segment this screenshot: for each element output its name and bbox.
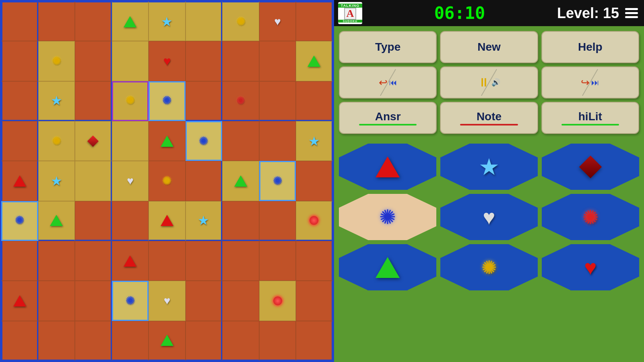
cell-3-4[interactable] [149, 121, 186, 161]
ansr-button[interactable]: Ansr [339, 102, 437, 134]
cell-7-0[interactable] [1, 281, 38, 321]
note-button[interactable]: Note [440, 102, 538, 134]
cell-7-1[interactable] [38, 281, 75, 321]
cell-8-6[interactable] [222, 321, 259, 361]
cell-5-7[interactable] [259, 201, 296, 241]
cell-8-3[interactable] [112, 321, 149, 361]
cell-0-5[interactable] [186, 1, 223, 41]
menu-icon[interactable] [623, 6, 640, 20]
cell-4-1[interactable]: ★ [38, 161, 75, 201]
cell-5-1[interactable] [38, 201, 75, 241]
cell-4-0[interactable] [1, 161, 38, 201]
cell-1-3[interactable] [112, 41, 149, 81]
cell-2-0[interactable] [1, 81, 38, 121]
cell-3-0[interactable] [1, 121, 38, 161]
cell-7-2[interactable] [75, 281, 112, 321]
cell-0-7[interactable]: ♥ [259, 1, 296, 41]
cell-7-4[interactable]: ♥ [149, 281, 186, 321]
cell-8-7[interactable] [259, 321, 296, 361]
cell-0-6[interactable]: ✺ [222, 1, 259, 41]
cell-3-5[interactable]: ✺ [186, 121, 223, 161]
cell-0-2[interactable] [75, 1, 112, 41]
undo-button[interactable]: ↩ ⏮ [339, 66, 437, 99]
select-dark-diamond[interactable] [542, 144, 639, 190]
cell-1-0[interactable] [1, 41, 38, 81]
help-button[interactable]: Help [541, 31, 639, 63]
cell-3-2[interactable] [75, 121, 112, 161]
hilit-button[interactable]: hiLit [541, 102, 639, 134]
cell-8-2[interactable] [75, 321, 112, 361]
cell-2-1[interactable]: ★ [38, 81, 75, 121]
cell-8-5[interactable] [186, 321, 223, 361]
cell-1-1[interactable]: ✺ [38, 41, 75, 81]
cell-6-5[interactable] [186, 241, 223, 281]
cell-2-7[interactable] [259, 81, 296, 121]
cell-2-5[interactable] [186, 81, 223, 121]
select-gold-sun[interactable]: ✺ [440, 244, 538, 290]
cell-6-4[interactable] [149, 241, 186, 281]
cell-3-6[interactable] [222, 121, 259, 161]
cell-1-7[interactable] [259, 41, 296, 81]
cell-5-5[interactable]: ★ [186, 201, 223, 241]
cell-5-0[interactable]: ✺ [1, 201, 38, 241]
cell-4-6[interactable] [222, 161, 259, 201]
cell-3-7[interactable] [259, 121, 296, 161]
select-blue-star[interactable]: ★ [440, 144, 538, 190]
cell-6-2[interactable] [75, 241, 112, 281]
cell-0-3[interactable] [112, 1, 149, 41]
cell-6-3[interactable] [112, 241, 149, 281]
cell-0-8[interactable] [296, 1, 333, 41]
cell-5-4[interactable] [149, 201, 186, 241]
pause-button[interactable]: ⏸ 🔊 [440, 66, 538, 99]
select-red-triangle[interactable] [339, 144, 436, 190]
cell-0-4[interactable]: ★ [149, 1, 186, 41]
select-red-sun[interactable]: ✺ [542, 194, 639, 240]
cell-4-7[interactable]: ✺ [259, 161, 296, 201]
cell-8-0[interactable] [1, 321, 38, 361]
cell-7-8[interactable] [296, 281, 333, 321]
cell-1-4[interactable]: ♥ [149, 41, 186, 81]
new-button[interactable]: New [440, 31, 538, 63]
select-white-heart[interactable]: ♥ [440, 194, 538, 240]
select-sun-blue[interactable]: ✺ [339, 194, 436, 240]
cell-1-6[interactable] [222, 41, 259, 81]
cell-4-2[interactable] [75, 161, 112, 201]
cell-6-1[interactable] [38, 241, 75, 281]
cell-1-5[interactable] [186, 41, 223, 81]
cell-5-3[interactable] [112, 201, 149, 241]
type-button[interactable]: Type [339, 31, 437, 63]
select-green-triangle[interactable] [339, 244, 436, 290]
cell-3-3[interactable] [112, 121, 149, 161]
cell-4-5[interactable] [186, 161, 223, 201]
cell-1-8[interactable] [296, 41, 333, 81]
cell-0-1[interactable] [38, 1, 75, 41]
cell-6-0[interactable] [1, 241, 38, 281]
cell-4-3[interactable]: ♥ [112, 161, 149, 201]
cell-5-8[interactable] [296, 201, 333, 241]
cell-6-7[interactable] [259, 241, 296, 281]
cell-3-8[interactable]: ★ [296, 121, 333, 161]
cell-2-3[interactable]: ✺ [112, 81, 149, 121]
cell-7-6[interactable] [222, 281, 259, 321]
redo-button[interactable]: ↪ ⏭ [541, 66, 639, 99]
cell-1-2[interactable] [75, 41, 112, 81]
cell-4-8[interactable] [296, 161, 333, 201]
cell-2-2[interactable] [75, 81, 112, 121]
cell-3-1[interactable]: ✺ [38, 121, 75, 161]
cell-7-7[interactable] [259, 281, 296, 321]
cell-8-1[interactable] [38, 321, 75, 361]
cell-5-2[interactable] [75, 201, 112, 241]
cell-4-4[interactable]: ✺ [149, 161, 186, 201]
game-board[interactable]: ★ ✺ ♥ ✺ ♥ ★ ✺ ✺ ✺ ✺ ✺ ★ ★ ♥ ✺ ✺ ✺ ★ [0, 0, 334, 362]
cell-7-5[interactable] [186, 281, 223, 321]
cell-5-6[interactable] [222, 201, 259, 241]
cell-8-8[interactable] [296, 321, 333, 361]
cell-8-4[interactable] [149, 321, 186, 361]
cell-2-4[interactable]: ✺ [149, 81, 186, 121]
cell-7-3[interactable]: ✺ [112, 281, 149, 321]
cell-6-8[interactable] [296, 241, 333, 281]
cell-0-0[interactable] [1, 1, 38, 41]
cell-2-8[interactable] [296, 81, 333, 121]
select-red-heart[interactable]: ♥ [542, 244, 639, 290]
cell-6-6[interactable] [222, 241, 259, 281]
